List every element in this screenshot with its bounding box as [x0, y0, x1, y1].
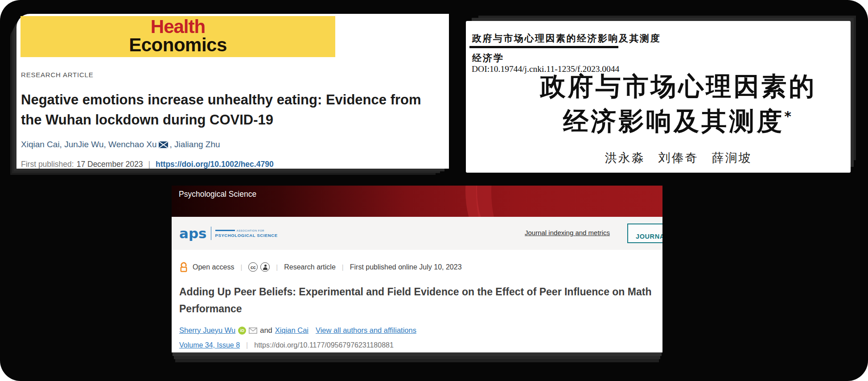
aps-logo-top-row: ASSOCIATION FOR [215, 229, 278, 232]
aps-logo-association-block: ASSOCIATION FOR PSYCHOLOGICAL SCIENCE [215, 229, 278, 238]
aps-association-for: ASSOCIATION FOR [237, 229, 264, 232]
view-all-authors-link[interactable]: View all authors and affiliations [316, 326, 416, 335]
aps-psychological-science: PSYCHOLOGICAL SCIENCE [215, 233, 278, 238]
paper-title-line1: 政府与市场心理因素的 [524, 71, 833, 101]
journal-button[interactable]: JOURNA [627, 224, 662, 243]
author-link-xiqian-cai[interactable]: Xiqian Cai [275, 326, 309, 335]
article-title-line2: the Wuhan lockdown during COVID-19 [21, 110, 444, 130]
paper-title-line2: 经济影响及其测度* [524, 101, 833, 136]
volume-issue-link[interactable]: Volume 34, Issue 8 [179, 341, 240, 349]
article-title: Adding Up Peer Beliefs: Experimental and… [179, 283, 655, 317]
health-economics-journal-logo[interactable]: Health Economics [21, 16, 335, 57]
email-envelope-icon[interactable] [159, 141, 168, 148]
article-type-label: RESEARCH ARTICLE [21, 71, 94, 79]
open-access-label: Open access [193, 263, 234, 271]
authors-links-after[interactable]: , Jialiang Zhu [170, 140, 220, 149]
person-head [264, 265, 267, 267]
cc-by-attribution-icon[interactable] [260, 262, 270, 272]
article-meta-row: Open access | cc | Research article | Fi… [179, 261, 662, 273]
aps-logo-bar [215, 230, 235, 231]
site-header: aps ASSOCIATION FOR PSYCHOLOGICAL SCIENC… [172, 217, 662, 250]
health-economics-card: Health Economics RESEARCH ARTICLE Negati… [16, 14, 449, 169]
author-link-sherry-jueyu-wu[interactable]: Sherry Jueyu Wu [179, 326, 235, 335]
creative-commons-icon[interactable]: cc [248, 262, 258, 272]
article-type-label: Research article [284, 263, 336, 271]
authors-line: 洪永淼 刘俸奇 薛涧坡 [524, 150, 833, 166]
first-published-date: 17 December 2023 [77, 160, 143, 169]
person-body [263, 267, 267, 270]
journal-name: 经济学 [472, 52, 504, 64]
publication-info-line: First published: 17 December 2023 | http… [21, 160, 274, 169]
psychological-science-card: Psychological Science aps ASSOCIATION FO… [172, 186, 662, 352]
and-text: and [260, 326, 272, 335]
article-title-line1: Negative emotions increase unhealthy eat… [21, 90, 444, 110]
aps-logo[interactable]: aps ASSOCIATION FOR PSYCHOLOGICAL SCIENC… [179, 227, 278, 240]
collage-background: Health Economics RESEARCH ARTICLE Negati… [0, 0, 868, 381]
authors-links[interactable]: Xiqian Cai, JunJie Wu, Wenchao Xu [21, 140, 157, 149]
journal-logo-word-economics: Economics [21, 36, 335, 54]
article-title: Negative emotions increase unhealthy eat… [21, 90, 444, 130]
journal-indexing-metrics-link[interactable]: Journal indexing and metrics [525, 229, 610, 236]
paper-title: 政府与市场心理因素的 经济影响及其测度* [524, 71, 833, 136]
chinese-paper-card: 政府与市场心理因素的经济影响及其测度 经济学 DOI:10.19744/j.cn… [466, 21, 851, 173]
orcid-icon[interactable]: iD [238, 327, 246, 335]
divider: | [240, 263, 242, 271]
divider: | [148, 160, 151, 169]
aps-logo-divider [211, 227, 211, 240]
article-title-line2: Performance [179, 300, 655, 317]
first-published-text: First published online July 10, 2023 [350, 263, 462, 271]
aps-logo-text: aps [179, 227, 207, 240]
footnote-asterisk: * [784, 108, 794, 124]
article-title-line1: Adding Up Peer Beliefs: Experimental and… [179, 283, 655, 300]
email-envelope-icon[interactable] [249, 327, 257, 334]
first-published-label: First published: [21, 160, 74, 169]
divider: | [276, 263, 278, 271]
doi-text: https://doi.org/10.1177/0956797623118088… [254, 341, 394, 349]
running-head-title: 政府与市场心理因素的经济影响及其测度 [472, 32, 661, 45]
journal-banner: Psychological Science [172, 186, 662, 217]
open-access-lock-icon [179, 261, 188, 273]
volume-doi-row: Volume 34, Issue 8 | https://doi.org/10.… [179, 341, 655, 349]
divider: | [342, 263, 344, 271]
journal-banner-title: Psychological Science [179, 190, 256, 199]
running-head-underline [469, 46, 618, 48]
authors-line: Sherry Jueyu Wu iD and Xiqian Cai View a… [179, 326, 655, 335]
doi-link[interactable]: https://doi.org/10.1002/hec.4790 [156, 160, 274, 169]
journal-logo-word-health: Health [21, 18, 335, 36]
authors-line: Xiqian Cai, JunJie Wu, Wenchao Xu , Jial… [21, 140, 220, 149]
divider: | [246, 341, 248, 349]
